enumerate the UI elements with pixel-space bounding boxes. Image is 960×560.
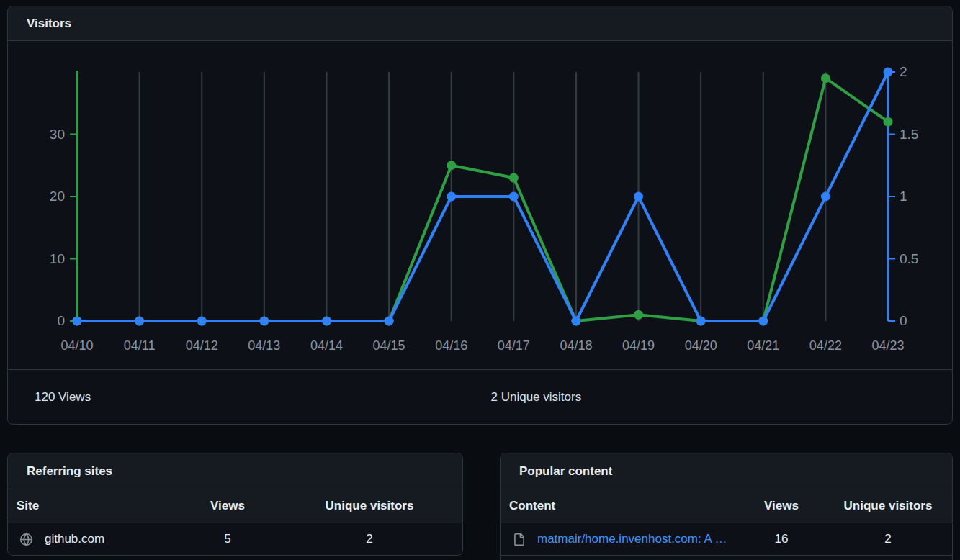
column-header-unique-visitors: Unique visitors <box>277 499 462 513</box>
views-point[interactable] <box>634 310 643 320</box>
right-axis-tick-label: 0.5 <box>900 251 918 266</box>
referring-sites-title: Referring sites <box>27 464 112 479</box>
popular-content-card: Popular content Content Views Unique vis… <box>500 453 953 560</box>
views-point[interactable] <box>821 73 830 83</box>
referring-sites-header: Referring sites <box>8 453 462 489</box>
unique-visitors-point[interactable] <box>571 317 580 326</box>
visitors-chart-svg[interactable]: 010203000.511.5204/1004/1104/1204/1304/1… <box>8 41 952 369</box>
total-unique-visitors-label: 2 Unique visitors <box>480 390 953 405</box>
column-header-views: Views <box>179 499 277 513</box>
total-views-label: 120 Views <box>8 390 480 405</box>
column-header-content: Content <box>501 499 739 513</box>
left-axis-tick-label: 10 <box>50 251 65 266</box>
views-point[interactable] <box>447 161 456 170</box>
visitors-title: Visitors <box>27 17 71 31</box>
popular-content-link[interactable]: matmair/home.invenhost.com: A … <box>537 532 727 546</box>
unique-visitors-point[interactable] <box>322 317 331 326</box>
left-axis-tick-label: 20 <box>50 189 65 204</box>
x-axis-date-label: 04/12 <box>186 338 218 353</box>
views-line <box>77 78 888 321</box>
unique-visitors-point[interactable] <box>259 317 269 326</box>
x-axis-date-label: 04/16 <box>435 338 467 353</box>
popular-content-header: Popular content <box>501 453 952 489</box>
unique-visitors-point[interactable] <box>821 192 830 202</box>
referring-site-row: github.com 5 2 <box>8 523 462 556</box>
unique-visitors-point[interactable] <box>634 192 643 202</box>
x-axis-date-label: 04/17 <box>498 338 530 353</box>
right-axis-tick-label: 0 <box>900 313 907 328</box>
column-header-views: Views <box>739 499 824 513</box>
right-axis-tick-label: 1 <box>900 189 907 204</box>
views-point[interactable] <box>509 173 519 183</box>
popular-content-row-cutoff <box>501 556 952 560</box>
file-icon <box>513 533 525 546</box>
unique-visitors-point[interactable] <box>758 317 768 326</box>
x-axis-date-label: 04/23 <box>871 338 904 353</box>
unique-visitors-point[interactable] <box>447 192 456 202</box>
unique-visitors-point[interactable] <box>385 317 394 326</box>
x-axis-date-label: 04/21 <box>747 338 779 353</box>
left-axis-tick-label: 0 <box>57 313 65 328</box>
popular-content-row: matmair/home.invenhost.com: A … 16 2 <box>501 523 952 556</box>
visitors-card: Visitors 010203000.511.5204/1004/1104/12… <box>7 6 953 425</box>
popular-content-title: Popular content <box>519 464 612 479</box>
views-point[interactable] <box>884 117 893 127</box>
unique-visitors-line <box>77 72 888 321</box>
referring-sites-table-header: Site Views Unique visitors <box>8 489 462 523</box>
x-axis-date-label: 04/14 <box>310 338 343 353</box>
x-axis-date-label: 04/11 <box>124 338 156 353</box>
popular-content-table-header: Content Views Unique visitors <box>501 489 952 523</box>
right-axis-tick-label: 2 <box>900 64 907 79</box>
column-header-unique-visitors: Unique visitors <box>824 499 952 513</box>
referring-site-unique-visitors: 2 <box>277 532 462 546</box>
referring-sites-card: Referring sites Site Views Unique visito… <box>7 453 463 556</box>
unique-visitors-point[interactable] <box>884 68 893 77</box>
popular-content-views: 16 <box>739 532 824 546</box>
globe-icon <box>20 533 32 546</box>
x-axis-date-label: 04/19 <box>622 338 655 353</box>
popular-content-unique-visitors: 2 <box>824 532 952 546</box>
x-axis-date-label: 04/10 <box>60 338 93 353</box>
x-axis-date-label: 04/20 <box>685 338 717 353</box>
x-axis-date-label: 04/22 <box>809 338 842 353</box>
visitors-chart-footer: 120 Views 2 Unique visitors <box>8 369 952 424</box>
visitors-chart[interactable]: 010203000.511.5204/1004/1104/1204/1304/1… <box>8 41 952 369</box>
column-header-site: Site <box>8 499 179 513</box>
visitors-card-header: Visitors <box>8 6 952 41</box>
x-axis-date-label: 04/15 <box>373 338 405 353</box>
unique-visitors-point[interactable] <box>696 317 706 326</box>
unique-visitors-point[interactable] <box>73 317 82 326</box>
referring-site-views: 5 <box>179 532 277 546</box>
x-axis-date-label: 04/18 <box>560 338 592 353</box>
unique-visitors-point[interactable] <box>509 192 519 202</box>
referring-site-name: github.com <box>45 532 104 546</box>
right-axis-tick-label: 1.5 <box>900 127 918 142</box>
left-axis-tick-label: 30 <box>50 127 65 142</box>
unique-visitors-point[interactable] <box>197 317 207 326</box>
x-axis-date-label: 04/13 <box>248 338 280 353</box>
unique-visitors-point[interactable] <box>135 317 144 326</box>
